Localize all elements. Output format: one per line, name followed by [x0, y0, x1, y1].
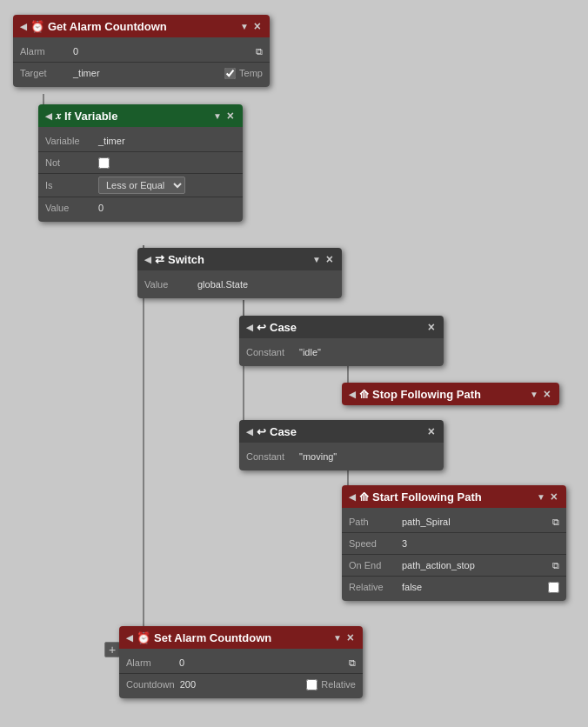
arrow-icon: ◀: [246, 427, 253, 437]
target-row: Target _timer Temp: [13, 63, 270, 83]
arrow-icon: ◀: [246, 323, 253, 332]
value-val: global.State: [197, 279, 248, 290]
arrow-icon: ◀: [126, 633, 133, 643]
not-row: Not: [38, 152, 243, 173]
value-label: Value: [45, 203, 93, 213]
value-val: 0: [98, 203, 104, 213]
not-checkbox[interactable]: [98, 157, 110, 169]
start-following-title: Start Following Path: [372, 490, 482, 504]
speed-value: 3: [402, 538, 407, 549]
alarm-row: Alarm 0 ⧉: [119, 652, 363, 673]
close-icon[interactable]: ×: [324, 252, 335, 266]
case-icon: ↩: [257, 321, 266, 334]
value-row: Value global.State: [137, 274, 342, 295]
value-label: Value: [144, 279, 192, 290]
close-icon[interactable]: ×: [426, 320, 437, 334]
menu-icon[interactable]: ▼: [240, 22, 249, 31]
menu-icon[interactable]: ▼: [213, 111, 222, 121]
onend-row: On End path_action_stop ⧉: [342, 555, 566, 576]
header-left: ◀ ⟰ Stop Following Path: [349, 388, 481, 401]
path-icon: ⟰: [359, 388, 369, 401]
relative-checkbox[interactable]: [306, 679, 317, 690]
switch-header[interactable]: ◀ ⇄ Switch ▼ ×: [137, 248, 342, 270]
close-icon[interactable]: ×: [426, 424, 437, 438]
header-icons: ▼ ×: [530, 387, 552, 401]
arrow-icon: ◀: [45, 111, 52, 121]
alarm-label: Alarm: [20, 46, 68, 57]
path-row: Path path_Spiral ⧉: [342, 511, 566, 532]
header-icons: ▼ ×: [240, 19, 263, 33]
alarm-value: 0: [179, 657, 184, 668]
alarm-copy-icon[interactable]: ⧉: [256, 46, 263, 57]
close-icon[interactable]: ×: [345, 630, 356, 644]
close-icon[interactable]: ×: [252, 19, 263, 33]
path-label: Path: [349, 517, 397, 527]
close-icon[interactable]: ×: [542, 387, 552, 401]
constant-label: Constant: [246, 347, 294, 357]
get-alarm-countdown-node: ◀ ⏰ Get Alarm Countdown ▼ × Alarm 0 ⧉ Ta…: [13, 15, 270, 87]
close-icon[interactable]: ×: [225, 109, 236, 123]
start-following-body: Path path_Spiral ⧉ Speed 3 On End path_a…: [342, 508, 566, 601]
if-variable-title: If Variable: [64, 110, 117, 123]
path-copy-icon[interactable]: ⧉: [552, 517, 559, 528]
alarm-copy-icon[interactable]: ⧉: [349, 657, 356, 669]
onend-copy-icon[interactable]: ⧉: [552, 560, 559, 571]
case2-title: Case: [270, 425, 297, 438]
case1-body: Constant "idle": [239, 338, 444, 366]
path-icon: ⟰: [359, 490, 369, 504]
is-row: Is Less or Equal Equal Greater Less: [38, 174, 243, 197]
header-left: ◀ ⏰ Set Alarm Countdown: [126, 631, 271, 644]
arrow-icon: ◀: [144, 255, 151, 264]
not-label: Not: [45, 157, 93, 168]
header-left: ◀ ⏰ Get Alarm Countdown: [20, 20, 167, 33]
get-alarm-countdown-body: Alarm 0 ⧉ Target _timer Temp: [13, 37, 270, 87]
case1-node: ◀ ↩ Case × Constant "idle": [239, 316, 444, 366]
is-select[interactable]: Less or Equal Equal Greater Less: [98, 177, 185, 194]
alarm-label: Alarm: [126, 657, 174, 668]
header-icons: ▼ ×: [333, 630, 356, 644]
variable-label: Variable: [45, 136, 93, 146]
temp-label: Temp: [239, 68, 263, 78]
menu-icon[interactable]: ▼: [312, 255, 321, 264]
alarm-icon: ⏰: [30, 20, 44, 33]
case1-header[interactable]: ◀ ↩ Case ×: [239, 316, 444, 338]
temp-checkbox[interactable]: [224, 68, 236, 79]
switch-title: Switch: [168, 253, 204, 266]
header-icons: ▼ ×: [537, 490, 559, 504]
case2-header[interactable]: ◀ ↩ Case ×: [239, 420, 444, 443]
relative-checkbox[interactable]: [548, 582, 559, 593]
set-alarm-countdown-header[interactable]: ◀ ⏰ Set Alarm Countdown ▼ ×: [119, 626, 363, 649]
get-alarm-countdown-header[interactable]: ◀ ⏰ Get Alarm Countdown ▼ ×: [13, 15, 270, 37]
value-row: Value 0: [38, 197, 243, 218]
relative-label: Relative: [349, 582, 397, 592]
is-label: Is: [45, 180, 93, 190]
add-button[interactable]: +: [104, 642, 120, 657]
start-following-header[interactable]: ◀ ⟰ Start Following Path ▼ ×: [342, 485, 566, 508]
relative-label: Relative: [321, 679, 356, 690]
arrow-icon: ◀: [20, 22, 27, 31]
switch-node: ◀ ⇄ Switch ▼ × Value global.State: [137, 248, 342, 298]
if-variable-node: ◀ 𝑥 If Variable ▼ × Variable _timer Not …: [38, 104, 243, 222]
header-left: ◀ 𝑥 If Variable: [45, 109, 117, 123]
relative-container: Relative: [306, 679, 356, 690]
menu-icon[interactable]: ▼: [537, 492, 545, 502]
menu-icon[interactable]: ▼: [333, 633, 342, 643]
stop-following-header[interactable]: ◀ ⟰ Stop Following Path ▼ ×: [342, 383, 559, 405]
get-alarm-countdown-title: Get Alarm Countdown: [48, 20, 167, 33]
relative-value: false: [402, 582, 422, 592]
close-icon[interactable]: ×: [549, 490, 559, 504]
onend-value: path_action_stop: [402, 560, 475, 570]
alarm-row: Alarm 0 ⧉: [13, 41, 270, 62]
switch-body: Value global.State: [137, 270, 342, 298]
menu-icon[interactable]: ▼: [530, 390, 538, 399]
variable-value: _timer: [98, 136, 125, 146]
stop-following-title: Stop Following Path: [372, 388, 481, 401]
case1-title: Case: [270, 321, 297, 334]
constant-value: "moving": [299, 451, 337, 462]
target-label: Target: [20, 68, 68, 78]
if-variable-header[interactable]: ◀ 𝑥 If Variable ▼ ×: [38, 104, 243, 127]
arrow-icon: ◀: [349, 492, 356, 502]
header-left: ◀ ⇄ Switch: [144, 253, 204, 266]
onend-label: On End: [349, 560, 397, 570]
constant-label: Constant: [246, 451, 294, 462]
